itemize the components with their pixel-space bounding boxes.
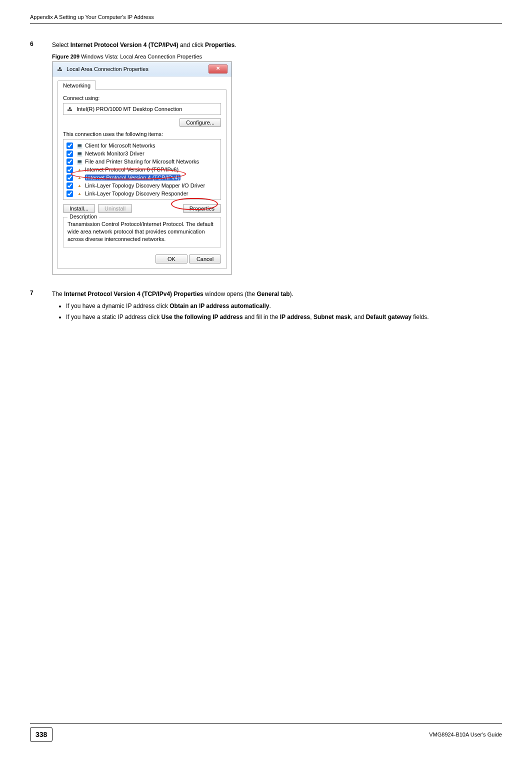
button-row: Install... Uninstall Properties	[63, 204, 221, 213]
t: .	[269, 302, 270, 310]
item-checkbox[interactable]	[66, 190, 73, 197]
adapter-box: Intel(R) PRO/1000 MT Desktop Connection	[63, 103, 221, 115]
item-label[interactable]: Link-Layer Topology Discovery Responder	[85, 190, 188, 196]
t: Select	[52, 42, 70, 48]
close-button[interactable]: ✕	[208, 64, 228, 74]
t: fields.	[412, 314, 429, 320]
t: , and	[351, 314, 366, 320]
figure-number: Figure 209	[52, 54, 80, 60]
content: 6 Select Internet Protocol Version 4 (TC…	[0, 24, 532, 322]
list-item: Network Monitor3 Driver	[66, 150, 218, 158]
dialog-titlebar: Local Area Connection Properties ✕	[52, 62, 232, 76]
item-label[interactable]: Link-Layer Topology Discovery Mapper I/O…	[85, 182, 205, 188]
t: Internet Protocol Version 4 (TCP/IPv4)	[70, 42, 178, 48]
t: and click	[178, 42, 205, 48]
page-header: Appendix A Setting up Your Computer's IP…	[0, 0, 532, 22]
protocol-icon	[76, 190, 83, 197]
list-item: Internet Protocol Version 6 (TCP/IPv6)	[66, 166, 218, 174]
step-6: 6 Select Internet Protocol Version 4 (TC…	[30, 40, 502, 50]
network-icon	[56, 66, 64, 72]
protocol-icon	[76, 174, 83, 181]
guide-name: VMG8924-B10A User's Guide	[429, 732, 502, 738]
cancel-button[interactable]: Cancel	[189, 254, 221, 264]
description-text: Transmission Control Protocol/Internet P…	[68, 220, 216, 243]
t: IP address	[280, 314, 310, 320]
footer-rule	[30, 724, 502, 724]
step-number: 7	[30, 290, 52, 298]
bullet-item: If you have a dynamic IP address click O…	[66, 302, 502, 311]
list-item: Link-Layer Topology Discovery Mapper I/O…	[66, 182, 218, 190]
networking-tab[interactable]: Networking	[58, 80, 96, 90]
item-label-selected[interactable]: Internet Protocol Version 4 (TCP/IPv4)	[85, 174, 180, 180]
items-list: Client for Microsoft Networks Network Mo…	[63, 139, 221, 200]
t: Default gateway	[366, 314, 412, 320]
configure-button[interactable]: Configure...	[180, 118, 221, 127]
item-label[interactable]: Internet Protocol Version 6 (TCP/IPv6)	[85, 166, 178, 172]
t: Use the following IP address	[162, 314, 243, 320]
ok-button[interactable]: OK	[156, 254, 188, 264]
t: ).	[290, 290, 294, 298]
item-label[interactable]: Network Monitor3 Driver	[85, 150, 144, 156]
step-text: Select Internet Protocol Version 4 (TCP/…	[52, 40, 502, 50]
bullet-item: If you have a static IP address click Us…	[66, 312, 502, 322]
t: Obtain an IP address automatically	[170, 302, 269, 310]
dialog-body: Networking Connect using: Intel(R) PRO/1…	[52, 76, 232, 274]
t: window opens (the	[204, 290, 257, 298]
figure-caption: Figure 209 Windows Vista: Local Area Con…	[52, 54, 502, 60]
properties-button[interactable]: Properties	[183, 204, 221, 213]
t: If you have a dynamic IP address click	[66, 302, 170, 310]
client-icon	[76, 142, 83, 149]
header-left: Appendix A Setting up Your Computer's IP…	[30, 14, 154, 20]
install-button[interactable]: Install...	[63, 204, 95, 213]
protocol-icon	[76, 182, 83, 189]
tab-panel: Connect using: Intel(R) PRO/1000 MT Desk…	[58, 90, 226, 269]
item-checkbox[interactable]	[66, 166, 73, 173]
description-title: Description	[68, 214, 99, 220]
adapter-name: Intel(R) PRO/1000 MT Desktop Connection	[76, 106, 182, 112]
list-item: Internet Protocol Version 4 (TCP/IPv4)	[66, 174, 218, 182]
step-7: 7 The Internet Protocol Version 4 (TCP/I…	[30, 290, 502, 298]
connect-using-label: Connect using:	[63, 95, 221, 101]
t: If you have a static IP address click	[66, 314, 162, 320]
step-text: The Internet Protocol Version 4 (TCP/IPv…	[52, 290, 502, 298]
driver-icon	[76, 150, 83, 157]
page-number: 338	[30, 727, 52, 742]
page-footer: 338 VMG8924-B10A User's Guide	[30, 720, 502, 742]
item-checkbox[interactable]	[66, 150, 73, 157]
item-label[interactable]: File and Printer Sharing for Microsoft N…	[85, 158, 199, 164]
bullet-list: If you have a dynamic IP address click O…	[52, 302, 502, 322]
t: Subnet mask	[314, 314, 351, 320]
figure-title: Windows Vista: Local Area Connection Pro…	[80, 54, 202, 60]
t: and fill in the	[243, 314, 280, 320]
list-item: Client for Microsoft Networks	[66, 142, 218, 150]
list-item: File and Printer Sharing for Microsoft N…	[66, 158, 218, 166]
item-checkbox[interactable]	[66, 174, 73, 181]
t: .	[234, 42, 236, 48]
item-checkbox[interactable]	[66, 142, 73, 149]
t: The	[52, 290, 64, 298]
item-checkbox[interactable]	[66, 182, 73, 189]
dialog-title: Local Area Connection Properties	[66, 66, 148, 72]
description-group: Description Transmission Control Protoco…	[63, 217, 221, 248]
uninstall-button: Uninstall	[98, 204, 132, 213]
step-number: 6	[30, 40, 52, 50]
item-label[interactable]: Client for Microsoft Networks	[85, 142, 156, 148]
t: ,	[310, 314, 314, 320]
list-item: Link-Layer Topology Discovery Responder	[66, 190, 218, 198]
t: Internet Protocol Version 4 (TCP/IPv4) P…	[64, 290, 204, 298]
item-checkbox[interactable]	[66, 158, 73, 165]
local-area-connection-properties-dialog: Local Area Connection Properties ✕ Netwo…	[52, 62, 232, 274]
t: Properties	[205, 42, 234, 48]
sharing-icon	[76, 158, 83, 165]
t: General tab	[257, 290, 290, 298]
dialog-footer: OK Cancel	[63, 252, 221, 264]
protocol-icon	[76, 166, 83, 173]
adapter-icon	[66, 106, 74, 112]
items-label: This connection uses the following items…	[63, 131, 221, 137]
